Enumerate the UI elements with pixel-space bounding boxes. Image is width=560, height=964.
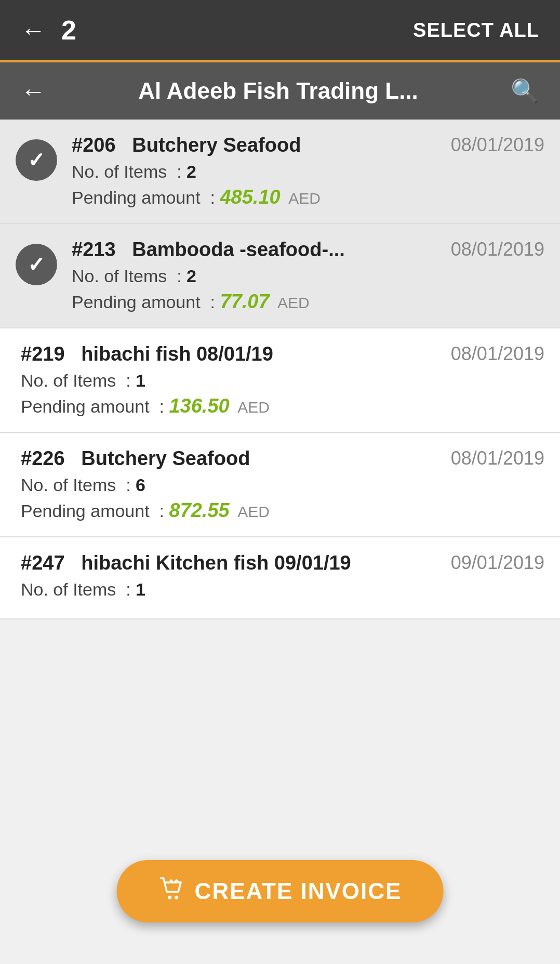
order-id-3: #219 — [21, 343, 65, 365]
items-count-5: 1 — [136, 579, 145, 599]
order-date-4: 08/01/2019 — [451, 447, 544, 469]
order-item-2[interactable]: ✓ #213 Bambooda -seafood-... 08/01/2019 … — [0, 224, 560, 328]
order-name-5: hibachi Kitchen fish 09/01/19 — [81, 552, 351, 574]
order-date-1: 08/01/2019 — [451, 134, 544, 156]
amount-label-2: Pending amount — [72, 292, 201, 312]
order-date-3: 08/01/2019 — [451, 343, 544, 365]
order-list: ✓ #206 Butchery Seafood 08/01/2019 No. o… — [0, 120, 560, 619]
svg-point-0 — [168, 896, 171, 900]
order-id-name-1: #206 Butchery Seafood — [72, 134, 301, 156]
sub-header: ← Al Adeeb Fish Trading L... 🔍 — [0, 62, 560, 120]
top-bar: ← 2 SELECT ALL — [0, 0, 560, 62]
order-id-1: #206 — [72, 134, 116, 156]
order-id-name-2: #213 Bambooda -seafood-... — [72, 239, 345, 261]
items-count-4: 6 — [136, 475, 145, 495]
items-label-2: No. of Items — [72, 266, 167, 286]
amount-value-1: 485.10 — [220, 186, 280, 208]
amount-value-2: 77.07 — [220, 290, 269, 312]
amount-currency-1: AED — [288, 190, 321, 207]
order-content-3: #219 hibachi fish 08/01/19 08/01/2019 No… — [21, 343, 544, 417]
order-id-5: #247 — [21, 552, 65, 574]
order-items-row-3: No. of Items : 1 — [21, 371, 544, 391]
order-items-row-5: No. of Items : 1 — [21, 579, 544, 600]
order-item-3[interactable]: #219 hibachi fish 08/01/19 08/01/2019 No… — [0, 328, 560, 433]
order-id-name-5: #247 hibachi Kitchen fish 09/01/19 — [21, 552, 351, 574]
order-content-4: #226 Butchery Seafood 08/01/2019 No. of … — [21, 447, 544, 522]
order-name-3: hibachi fish 08/01/19 — [81, 343, 273, 365]
items-label-3: No. of Items — [21, 371, 116, 390]
order-date-5: 09/01/2019 — [451, 552, 544, 574]
order-amount-row-3: Pending amount : 136.50 AED — [21, 395, 544, 417]
order-name-4: Butchery Seafood — [81, 447, 250, 469]
amount-value-4: 872.55 — [169, 499, 229, 521]
amount-label-3: Pending amount — [21, 397, 150, 416]
order-amount-row-1: Pending amount : 485.10 AED — [72, 186, 544, 208]
order-items-row-4: No. of Items : 6 — [21, 475, 544, 495]
order-header-row-5: #247 hibachi Kitchen fish 09/01/19 09/01… — [21, 552, 544, 574]
search-button[interactable]: 🔍 — [511, 77, 539, 104]
order-items-row-1: No. of Items : 2 — [72, 162, 544, 182]
items-label-5: No. of Items — [21, 579, 116, 599]
amount-currency-3: AED — [237, 399, 270, 416]
order-header-row-2: #213 Bambooda -seafood-... 08/01/2019 — [72, 239, 544, 261]
order-name-1: Butchery Seafood — [132, 134, 301, 156]
items-label-1: No. of Items — [72, 162, 167, 181]
checkbox-1[interactable]: ✓ — [16, 139, 57, 181]
create-invoice-container: CREATE INVOICE — [117, 860, 444, 922]
order-id-4: #226 — [21, 447, 65, 469]
items-count-2: 2 — [186, 266, 196, 286]
amount-value-3: 136.50 — [169, 395, 229, 417]
amount-label-1: Pending amount — [72, 188, 201, 207]
order-header-row-4: #226 Butchery Seafood 08/01/2019 — [21, 447, 544, 470]
svg-point-1 — [175, 896, 178, 900]
checkbox-area-1: ✓ — [16, 134, 57, 181]
create-invoice-button[interactable]: CREATE INVOICE — [117, 860, 444, 922]
order-id-2: #213 — [72, 239, 116, 260]
top-back-button[interactable]: ← — [21, 16, 46, 45]
amount-currency-2: AED — [277, 294, 310, 311]
sub-back-button[interactable]: ← — [21, 77, 46, 105]
order-item-1[interactable]: ✓ #206 Butchery Seafood 08/01/2019 No. o… — [0, 120, 560, 224]
order-items-row-2: No. of Items : 2 — [72, 266, 544, 286]
checkbox-2[interactable]: ✓ — [16, 244, 57, 285]
order-content-5: #247 hibachi Kitchen fish 09/01/19 09/01… — [21, 552, 544, 604]
create-invoice-label: CREATE INVOICE — [195, 878, 402, 904]
checkmark-2: ✓ — [28, 253, 45, 276]
order-id-name-4: #226 Butchery Seafood — [21, 447, 250, 470]
order-item-4[interactable]: #226 Butchery Seafood 08/01/2019 No. of … — [0, 433, 560, 537]
selected-count: 2 — [61, 15, 76, 46]
order-header-row-1: #206 Butchery Seafood 08/01/2019 — [72, 134, 544, 156]
order-item-5[interactable]: #247 hibachi Kitchen fish 09/01/19 09/01… — [0, 537, 560, 619]
checkmark-1: ✓ — [28, 148, 45, 172]
amount-label-4: Pending amount — [21, 501, 150, 521]
cart-icon — [158, 876, 184, 907]
order-id-name-3: #219 hibachi fish 08/01/19 — [21, 343, 273, 365]
company-title: Al Adeeb Fish Trading L... — [46, 78, 511, 104]
order-date-2: 08/01/2019 — [451, 239, 544, 260]
order-name-2: Bambooda -seafood-... — [132, 239, 345, 260]
items-count-3: 1 — [136, 371, 145, 390]
top-bar-left: ← 2 — [21, 15, 76, 46]
items-label-4: No. of Items — [21, 475, 116, 495]
order-content-2: #213 Bambooda -seafood-... 08/01/2019 No… — [72, 239, 544, 313]
order-amount-row-2: Pending amount : 77.07 AED — [72, 290, 544, 313]
items-count-1: 2 — [186, 162, 196, 181]
select-all-button[interactable]: SELECT ALL — [413, 19, 539, 42]
order-amount-row-4: Pending amount : 872.55 AED — [21, 499, 544, 522]
amount-currency-4: AED — [237, 503, 270, 520]
order-header-row-3: #219 hibachi fish 08/01/19 08/01/2019 — [21, 343, 544, 365]
checkbox-area-2: ✓ — [16, 239, 57, 285]
order-content-1: #206 Butchery Seafood 08/01/2019 No. of … — [72, 134, 544, 208]
